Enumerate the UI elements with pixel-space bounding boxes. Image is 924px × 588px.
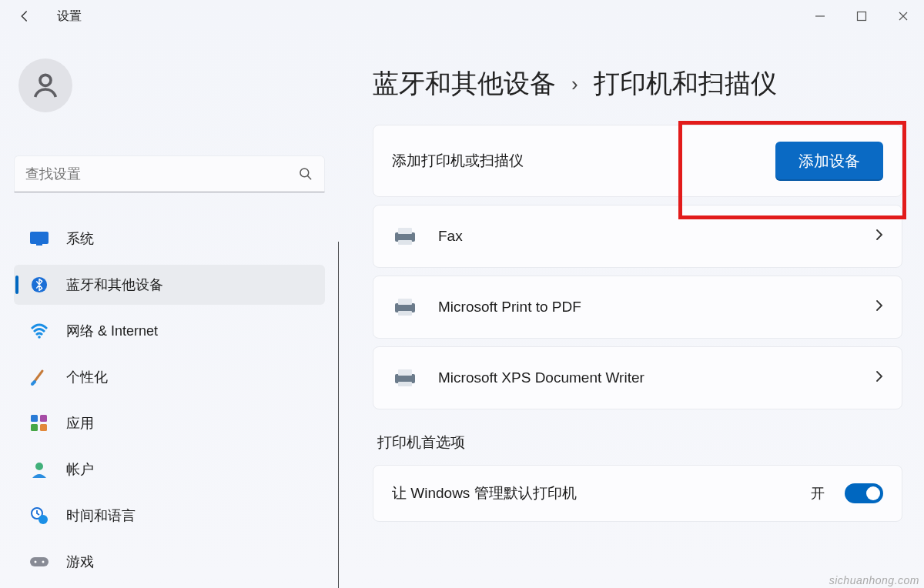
search-box[interactable] bbox=[14, 155, 325, 192]
svg-rect-0 bbox=[858, 12, 866, 21]
app-title: 设置 bbox=[57, 8, 82, 25]
account-icon bbox=[29, 459, 49, 479]
svg-rect-24 bbox=[398, 369, 412, 376]
printer-icon bbox=[392, 296, 418, 318]
monitor-icon bbox=[29, 229, 49, 249]
nav-label: 帐户 bbox=[66, 460, 94, 479]
default-printer-toggle[interactable] bbox=[845, 483, 883, 503]
pref-label: 让 Windows 管理默认打印机 bbox=[392, 483, 795, 503]
clock-globe-icon bbox=[29, 506, 49, 526]
nav-item-gaming[interactable]: 游戏 bbox=[14, 542, 325, 582]
bluetooth-icon bbox=[29, 275, 49, 295]
svg-rect-22 bbox=[398, 311, 412, 316]
printer-row-pdf[interactable]: Microsoft Print to PDF bbox=[373, 276, 902, 339]
svg-rect-7 bbox=[31, 415, 38, 422]
svg-rect-9 bbox=[31, 424, 38, 431]
chevron-right-icon bbox=[875, 299, 883, 315]
nav-item-personalization[interactable]: 个性化 bbox=[14, 357, 325, 397]
close-button[interactable] bbox=[882, 1, 924, 32]
nav-item-system[interactable]: 系统 bbox=[14, 219, 325, 259]
printer-name: Fax bbox=[438, 228, 855, 245]
nav-label: 时间和语言 bbox=[66, 506, 136, 525]
nav-label: 游戏 bbox=[66, 553, 94, 571]
add-printer-label: 添加打印机或扫描仪 bbox=[392, 151, 755, 171]
svg-rect-21 bbox=[398, 299, 412, 305]
svg-rect-4 bbox=[36, 244, 42, 246]
svg-point-6 bbox=[38, 336, 41, 339]
chevron-right-icon bbox=[875, 370, 883, 386]
chevron-right-icon: › bbox=[571, 72, 578, 96]
svg-rect-8 bbox=[40, 415, 47, 422]
fax-icon bbox=[392, 226, 418, 247]
nav-list: 系统 蓝牙和其他设备 网络 & Internet 个性化 应用 bbox=[14, 219, 325, 582]
toggle-state-text: 开 bbox=[811, 484, 825, 503]
svg-rect-25 bbox=[398, 382, 412, 386]
chevron-right-icon bbox=[875, 229, 883, 244]
wifi-icon bbox=[29, 321, 49, 341]
nav-label: 网络 & Internet bbox=[66, 322, 158, 340]
printer-prefs-heading: 打印机首选项 bbox=[373, 433, 902, 453]
svg-rect-19 bbox=[398, 240, 412, 245]
default-printer-pref: 让 Windows 管理默认打印机 开 bbox=[373, 465, 902, 522]
nav-label: 蓝牙和其他设备 bbox=[66, 276, 163, 294]
back-button[interactable] bbox=[9, 1, 40, 32]
add-device-button[interactable]: 添加设备 bbox=[775, 142, 883, 181]
printer-icon bbox=[392, 367, 418, 389]
nav-item-time[interactable]: 时间和语言 bbox=[14, 496, 325, 536]
maximize-button[interactable] bbox=[841, 1, 882, 32]
printer-name: Microsoft Print to PDF bbox=[438, 299, 855, 316]
watermark: sichuanhong.com bbox=[829, 574, 919, 586]
person-icon bbox=[30, 70, 61, 101]
svg-rect-3 bbox=[30, 232, 49, 244]
arrow-left-icon bbox=[18, 9, 32, 23]
user-avatar[interactable] bbox=[18, 58, 72, 112]
nav-label: 应用 bbox=[66, 414, 94, 433]
nav-item-network[interactable]: 网络 & Internet bbox=[14, 311, 325, 351]
svg-rect-14 bbox=[30, 557, 49, 566]
apps-icon bbox=[29, 413, 49, 433]
svg-rect-18 bbox=[398, 228, 412, 234]
svg-rect-10 bbox=[40, 424, 47, 431]
svg-point-13 bbox=[38, 515, 48, 524]
search-icon bbox=[298, 166, 313, 182]
svg-point-16 bbox=[42, 561, 45, 563]
nav-item-apps[interactable]: 应用 bbox=[14, 403, 325, 443]
svg-point-11 bbox=[35, 463, 43, 470]
sidebar: 系统 蓝牙和其他设备 网络 & Internet 个性化 应用 bbox=[0, 32, 339, 588]
nav-item-bluetooth[interactable]: 蓝牙和其他设备 bbox=[14, 265, 325, 305]
printer-row-fax[interactable]: Fax bbox=[373, 205, 902, 268]
nav-label: 个性化 bbox=[66, 368, 108, 386]
svg-point-15 bbox=[35, 561, 37, 563]
gamepad-icon bbox=[29, 552, 49, 572]
nav-item-accounts[interactable]: 帐户 bbox=[14, 449, 325, 489]
main-content: 蓝牙和其他设备 › 打印机和扫描仪 添加打印机或扫描仪 添加设备 Fax M bbox=[339, 32, 924, 588]
search-input[interactable] bbox=[25, 166, 298, 182]
breadcrumb-parent[interactable]: 蓝牙和其他设备 bbox=[373, 66, 556, 102]
paintbrush-icon bbox=[29, 367, 49, 387]
breadcrumb: 蓝牙和其他设备 › 打印机和扫描仪 bbox=[373, 66, 902, 102]
minimize-button[interactable] bbox=[799, 1, 841, 32]
printer-row-xps[interactable]: Microsoft XPS Document Writer bbox=[373, 346, 902, 409]
printer-name: Microsoft XPS Document Writer bbox=[438, 369, 855, 386]
add-printer-card: 添加打印机或扫描仪 添加设备 bbox=[373, 125, 902, 197]
titlebar: 设置 bbox=[0, 0, 924, 32]
sidebar-divider bbox=[338, 242, 339, 588]
svg-point-1 bbox=[40, 75, 51, 85]
breadcrumb-current: 打印机和扫描仪 bbox=[594, 66, 777, 102]
nav-label: 系统 bbox=[66, 229, 94, 248]
